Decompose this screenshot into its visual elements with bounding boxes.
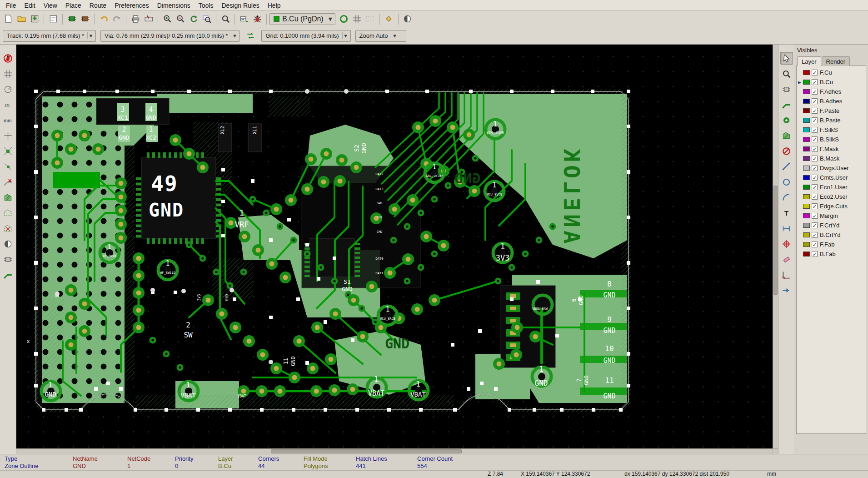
layer-color-swatch[interactable]	[803, 108, 810, 113]
layer-row-eco1-user[interactable]: ✓Eco1.User	[798, 182, 865, 192]
layer-visibility-checkbox[interactable]: ✓	[812, 165, 818, 171]
layer-row-b-paste[interactable]: ✓B.Paste	[798, 116, 865, 125]
layer-visibility-checkbox[interactable]: ✓	[812, 108, 818, 114]
grid-display-toggle[interactable]	[2, 67, 15, 80]
layer-color-swatch[interactable]	[803, 166, 810, 171]
layer-row-cmts-user[interactable]: ✓Cmts.User	[798, 173, 865, 182]
track-width-select[interactable]: Track: 0.195 mm (7.68 mils) * ▾	[3, 30, 96, 42]
layer-visibility-checkbox[interactable]: ✓	[812, 222, 818, 228]
layer-visibility-checkbox[interactable]: ✓	[812, 175, 818, 181]
menu-route[interactable]: Route	[85, 1, 110, 10]
route-track-tool[interactable]	[780, 98, 793, 111]
layer-color-swatch[interactable]	[803, 242, 810, 247]
menu-design-rules[interactable]: Design Rules	[217, 1, 263, 10]
page-settings-button[interactable]	[47, 13, 60, 25]
layer-color-swatch[interactable]	[803, 99, 810, 104]
save-board-button[interactable]	[28, 13, 41, 25]
ratsnest-module-toggle[interactable]	[2, 160, 15, 173]
layer-row-edge-cuts[interactable]: ✓Edge.Cuts	[798, 201, 865, 211]
layer-color-swatch[interactable]	[803, 118, 810, 123]
layer-color-swatch[interactable]	[803, 252, 810, 257]
layer-visibility-checkbox[interactable]: ✓	[812, 70, 818, 75]
vertical-scrollbar[interactable]	[773, 45, 778, 448]
menu-help[interactable]: Help	[264, 1, 285, 10]
layer-row-f-paste[interactable]: ✓F.Paste	[798, 106, 865, 116]
layer-row-b-crtyd[interactable]: ✓B.CrtYd	[798, 230, 865, 240]
add-graphic-arc-tool[interactable]	[780, 191, 793, 204]
zoom-out-button[interactable]	[174, 13, 187, 25]
redo-button[interactable]	[110, 13, 123, 25]
layer-color-swatch[interactable]	[803, 70, 810, 75]
layer-color-swatch[interactable]	[803, 204, 810, 209]
layer-color-swatch[interactable]	[803, 127, 810, 132]
layer-visibility-checkbox[interactable]: ✓	[812, 127, 818, 133]
menu-tools[interactable]: Tools	[195, 1, 218, 10]
add-dimension-tool[interactable]	[780, 222, 793, 235]
highlight-net-button[interactable]	[383, 13, 395, 25]
layer-visibility-checkbox[interactable]: ✓	[812, 242, 818, 247]
layer-row-b-fab[interactable]: ✓B.Fab	[798, 249, 865, 259]
print-button[interactable]	[129, 13, 142, 25]
polar-coords-toggle[interactable]	[2, 83, 15, 96]
add-via-tool[interactable]	[780, 114, 793, 126]
horizontal-scrollbar-thumb[interactable]	[271, 449, 462, 453]
menu-preferences[interactable]: Preferences	[110, 1, 153, 10]
units-mm-toggle[interactable]	[2, 114, 15, 126]
layer-color-swatch[interactable]	[803, 137, 810, 142]
library-button[interactable]	[65, 13, 78, 25]
zone-filled-toggle[interactable]	[2, 191, 15, 204]
layer-row-f-cu[interactable]: ✓F.Cu	[798, 68, 865, 77]
layer-pair-button[interactable]	[338, 13, 350, 25]
layer-color-swatch[interactable]	[803, 232, 810, 237]
auto-delete-track-toggle[interactable]	[2, 176, 15, 188]
layer-visibility-checkbox[interactable]: ✓	[812, 79, 818, 85]
layer-visibility-checkbox[interactable]: ✓	[812, 251, 818, 257]
layer-visibility-checkbox[interactable]: ✓	[812, 156, 818, 161]
add-footprint-tool[interactable]	[780, 83, 793, 96]
plot-button[interactable]	[142, 13, 155, 25]
horizontal-scrollbar[interactable]	[16, 448, 773, 454]
zoom-select[interactable]: Zoom Auto ▾	[355, 30, 406, 42]
layer-visibility-checkbox[interactable]: ✓	[812, 146, 818, 152]
pcb-canvas[interactable]: 3XC14GND2GND1XC249GND1VRFS2GND1STM_wRIFR…	[16, 45, 773, 448]
layer-visibility-checkbox[interactable]: ✓	[812, 98, 818, 104]
layer-visibility-checkbox[interactable]: ✓	[812, 203, 818, 209]
layer-color-swatch[interactable]	[803, 146, 810, 151]
add-zone-tool[interactable]	[780, 129, 793, 142]
zone-hide-toggle[interactable]	[2, 222, 15, 235]
high-contrast-toggle[interactable]	[2, 237, 15, 250]
ratsnest-button[interactable]	[364, 13, 377, 25]
layer-row-margin[interactable]: ✓Margin	[798, 211, 865, 221]
open-board-button[interactable]	[15, 13, 28, 25]
layer-color-swatch[interactable]	[803, 213, 810, 218]
grid-select[interactable]: Grid: 0.1000 mm (3.94 mils) ▾	[261, 30, 350, 42]
vertical-scrollbar-thumb[interactable]	[773, 186, 778, 295]
add-graphic-line-tool[interactable]	[780, 160, 793, 173]
zoom-in-button[interactable]	[161, 13, 174, 25]
netlist-button[interactable]	[238, 13, 250, 25]
layer-row-b-silks[interactable]: ✓B.SilkS	[798, 135, 865, 144]
menu-dimensions[interactable]: Dimensions	[153, 1, 195, 10]
add-target-tool[interactable]	[780, 237, 793, 250]
layer-visibility-checkbox[interactable]: ✓	[812, 194, 818, 200]
layer-color-swatch[interactable]	[803, 223, 810, 228]
cursor-shape-toggle[interactable]	[2, 129, 15, 142]
via-size-select[interactable]: Via: 0.76 mm (29.9 mils)/ 0.25 mm (10.0 …	[100, 30, 239, 42]
footprint-mode-toggle[interactable]	[2, 253, 15, 266]
layer-visibility-checkbox[interactable]: ✓	[812, 117, 818, 123]
drc-button[interactable]	[251, 13, 264, 25]
layer-visibility-checkbox[interactable]: ✓	[812, 184, 818, 190]
ratsnest-general-toggle[interactable]	[2, 145, 15, 157]
redraw-button[interactable]	[187, 13, 200, 25]
grid-show-button[interactable]	[351, 13, 364, 25]
layer-row-eco2-user[interactable]: ✓Eco2.User	[798, 192, 865, 201]
layer-visibility-checkbox[interactable]: ✓	[812, 89, 818, 95]
layer-row-f-crtyd[interactable]: ✓F.CrtYd	[798, 221, 865, 230]
layer-visibility-checkbox[interactable]: ✓	[812, 136, 818, 142]
menu-edit[interactable]: Edit	[20, 1, 40, 10]
select-tool[interactable]	[780, 52, 793, 65]
layer-row-b-adhes[interactable]: ✓B.Adhes	[798, 96, 865, 106]
layer-row-f-silks[interactable]: ✓F.SilkS	[798, 125, 865, 135]
layer-row-f-adhes[interactable]: ✓F.Adhes	[798, 87, 865, 96]
layer-visibility-checkbox[interactable]: ✓	[812, 232, 818, 238]
